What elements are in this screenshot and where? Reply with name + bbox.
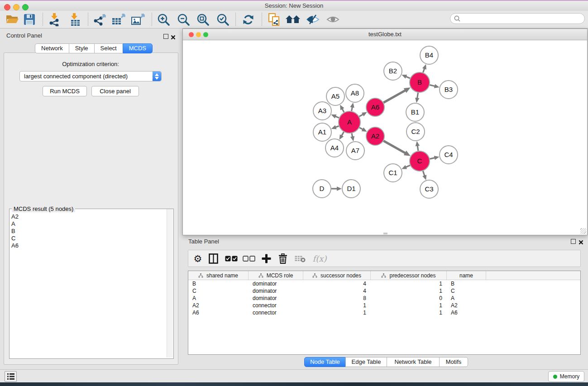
import-network-button[interactable] — [46, 11, 63, 28]
function-builder-button[interactable]: f(x) — [310, 250, 330, 267]
search-input[interactable] — [462, 14, 583, 24]
list-item[interactable]: A2 — [11, 213, 19, 220]
home-view-button[interactable] — [284, 11, 301, 28]
table-row[interactable]: A2 connector 1 1 A2 — [188, 302, 580, 309]
table-panel-float-icon[interactable] — [571, 239, 576, 244]
new-network-from-selection-button[interactable] — [266, 11, 283, 28]
tab-mcds[interactable]: MCDS — [123, 43, 153, 53]
open-session-button[interactable] — [4, 11, 21, 28]
zoom-out-button[interactable] — [175, 11, 192, 28]
tab-network[interactable]: Network — [35, 43, 69, 53]
add-column-button[interactable] — [258, 250, 274, 267]
graph-edge-B-B1[interactable] — [417, 93, 418, 99]
column-header-shared-name[interactable]: shared name — [188, 271, 249, 280]
search-field[interactable] — [450, 13, 585, 24]
column-header-predecessor-nodes[interactable]: predecessor nodes — [371, 271, 447, 280]
import-table-button[interactable] — [66, 11, 83, 28]
graph-edge-A-A3[interactable] — [335, 116, 339, 118]
control-panel-float-icon[interactable] — [163, 34, 168, 39]
graph-edge-B-B3[interactable] — [430, 85, 435, 86]
export-image-icon — [131, 13, 145, 26]
list-item[interactable]: B — [11, 228, 19, 235]
network-close-button[interactable] — [189, 32, 194, 37]
graph-edge-A2-C[interactable] — [383, 141, 405, 153]
column-selector-button[interactable] — [206, 250, 221, 267]
zoom-selected-button[interactable] — [214, 11, 231, 28]
cell-successor-nodes: 8 — [303, 295, 371, 301]
graph-edge-C-C3[interactable] — [423, 171, 425, 176]
tab-node-table[interactable]: Node Table — [304, 357, 346, 367]
scrollbar-hint[interactable] — [383, 233, 387, 234]
import-network-icon — [48, 13, 62, 26]
mcds-result-scrollbar[interactable] — [167, 209, 173, 357]
zoom-in-button[interactable] — [155, 11, 172, 28]
run-mcds-button[interactable]: Run MCDS — [43, 86, 87, 96]
cell-mcds-role: connector — [249, 302, 303, 309]
hide-graphics-details-button[interactable] — [304, 11, 321, 28]
tab-network-table[interactable]: Network Table — [387, 357, 440, 367]
window-resize-grip[interactable] — [580, 228, 586, 234]
status-bar — [0, 370, 588, 382]
graph-edge-C-C4[interactable] — [430, 158, 435, 159]
graph-edge-B-B2[interactable] — [406, 76, 410, 78]
control-panel-close-icon[interactable] — [171, 33, 176, 42]
export-table-button[interactable] — [110, 11, 127, 28]
tab-motifs[interactable]: Motifs — [439, 357, 468, 367]
graph-edge-A-A7[interactable] — [352, 133, 353, 137]
task-history-button[interactable] — [5, 371, 17, 382]
list-item[interactable]: A6 — [11, 242, 19, 249]
graph-edge-A-A5[interactable] — [342, 109, 344, 112]
delete-button[interactable] — [275, 250, 291, 267]
cell-name: A — [447, 295, 486, 301]
list-item[interactable]: A — [11, 220, 19, 228]
table-row[interactable]: A dominator 8 0 A — [188, 295, 580, 302]
table-toolbar: ⚙ — [188, 250, 581, 267]
select-all-button[interactable] — [224, 250, 239, 267]
optimization-criterion-dropdown[interactable]: largest connected component (directed) — [19, 71, 162, 81]
tab-style[interactable]: Style — [69, 43, 95, 53]
maximize-window-button[interactable] — [22, 4, 29, 10]
column-header-name[interactable]: name — [447, 271, 486, 280]
graph-edge-C-C1[interactable] — [406, 165, 410, 167]
list-item[interactable]: C — [11, 235, 19, 242]
eye-button[interactable] — [324, 11, 341, 28]
column-header-label: predecessor nodes — [389, 272, 435, 279]
toolbar-separator — [43, 13, 43, 26]
graph-edge-arrow — [416, 141, 420, 147]
gear-button[interactable]: ⚙ — [190, 250, 206, 267]
zoom-fit-button[interactable] — [194, 11, 211, 28]
tab-select[interactable]: Select — [94, 43, 123, 53]
column-header-mcds-role[interactable]: MCDS role — [249, 271, 303, 280]
graph-node-label: A5 — [331, 92, 339, 100]
tab-edge-table[interactable]: Edge Table — [345, 357, 387, 367]
graph-edge-B-B4[interactable] — [423, 68, 425, 72]
memory-button[interactable]: Memory — [548, 371, 584, 382]
network-minimize-button[interactable] — [196, 32, 201, 37]
graph-edge-A-A8[interactable] — [352, 107, 353, 111]
column-header-successor-nodes[interactable]: successor nodes — [303, 271, 371, 280]
table-row[interactable]: C dominator 4 1 C — [188, 287, 580, 295]
export-image-button[interactable] — [129, 11, 147, 28]
network-maximize-button[interactable] — [203, 32, 208, 37]
table-row[interactable]: B dominator 4 1 B — [188, 280, 580, 287]
graph-edge-A-A2[interactable] — [359, 128, 363, 129]
graph-edge-arrow — [337, 186, 342, 191]
minimize-window-button[interactable] — [13, 4, 19, 10]
close-panel-button[interactable]: Close panel — [91, 86, 139, 96]
hide-graphics-details-icon — [306, 14, 320, 24]
graph-edge-A6-B[interactable] — [383, 91, 405, 103]
export-network-button[interactable] — [91, 11, 109, 28]
save-session-button[interactable] — [21, 11, 38, 28]
graph-edge-A-A6[interactable] — [359, 114, 363, 117]
graph-edge-A-A4[interactable] — [342, 132, 344, 136]
network-window-titlebar[interactable]: testGlobe.txt — [183, 29, 587, 40]
close-window-button[interactable] — [4, 4, 10, 10]
delete-table-button[interactable] — [292, 250, 308, 267]
network-canvas[interactable]: ABCA6A2A1A3A4A5A7A8B1B2B3B4C1C2C3C4DD1 — [183, 40, 587, 235]
deselect-all-button[interactable] — [241, 250, 257, 267]
refresh-button[interactable] — [239, 11, 257, 28]
table-row[interactable]: A6 connector 1 1 A6 — [188, 309, 580, 316]
graph-edge-C-C2[interactable] — [417, 146, 418, 151]
graph-edge-A-A1[interactable] — [335, 126, 339, 128]
table-panel-close-icon[interactable] — [578, 238, 583, 247]
